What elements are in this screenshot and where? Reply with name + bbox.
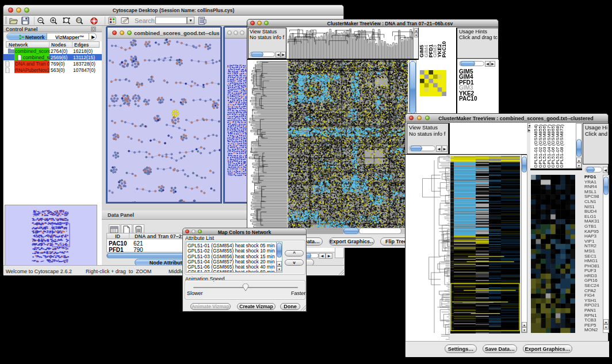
svg-text:1:1: 1:1 [77,19,81,22]
